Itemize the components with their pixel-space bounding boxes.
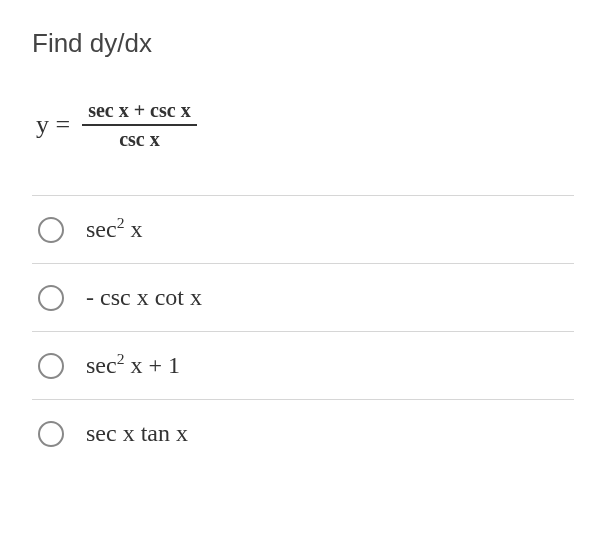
- equation-fraction: sec x + csc x csc x: [82, 99, 196, 151]
- equation-left: y =: [36, 110, 70, 140]
- radio-icon: [38, 217, 64, 243]
- option-label: sec2 x: [86, 216, 142, 243]
- radio-icon: [38, 353, 64, 379]
- option-3[interactable]: sec2 x + 1: [32, 331, 574, 399]
- equation-denominator: csc x: [82, 124, 196, 151]
- option-label: sec x tan x: [86, 420, 188, 447]
- radio-icon: [38, 285, 64, 311]
- option-1[interactable]: sec2 x: [32, 195, 574, 263]
- question-equation: y = sec x + csc x csc x: [36, 99, 574, 151]
- options-group: sec2 x - csc x cot x sec2 x + 1 sec x ta…: [32, 195, 574, 467]
- radio-icon: [38, 421, 64, 447]
- option-4[interactable]: sec x tan x: [32, 399, 574, 467]
- option-2[interactable]: - csc x cot x: [32, 263, 574, 331]
- option-label: - csc x cot x: [86, 284, 202, 311]
- equation-numerator: sec x + csc x: [82, 99, 196, 124]
- question-title: Find dy/dx: [32, 28, 574, 59]
- option-label: sec2 x + 1: [86, 352, 180, 379]
